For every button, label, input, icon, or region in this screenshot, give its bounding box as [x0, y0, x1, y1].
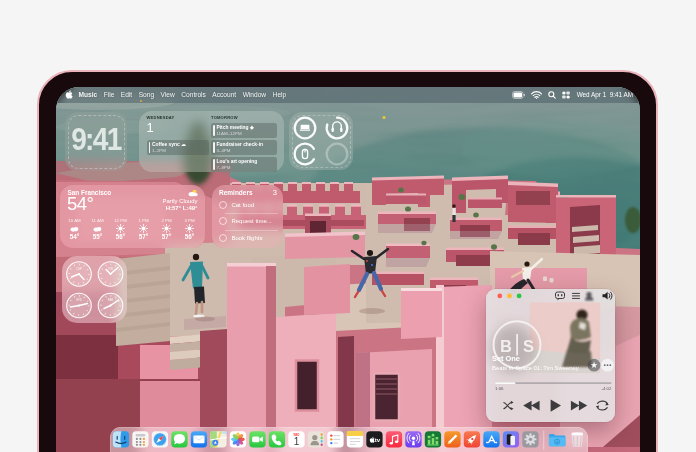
- svg-text:1: 1: [293, 435, 299, 446]
- svg-text:TOK: TOK: [108, 266, 114, 270]
- svg-text:B: B: [500, 337, 512, 355]
- svg-text:-4:02: -4:02: [601, 386, 612, 391]
- svg-text:CUP: CUP: [76, 266, 82, 270]
- svg-text:tv: tv: [374, 436, 380, 443]
- svg-text:SYD: SYD: [76, 298, 82, 302]
- svg-text:Beats In Space 01: Tim Sweeney: Beats In Space 01: Tim Sweeney: [492, 365, 579, 371]
- svg-text:★: ★: [590, 361, 598, 371]
- svg-text:Set One: Set One: [492, 354, 520, 363]
- svg-text:S: S: [522, 337, 533, 355]
- svg-text:PAR: PAR: [108, 298, 113, 302]
- svg-text:1:06: 1:06: [495, 386, 504, 391]
